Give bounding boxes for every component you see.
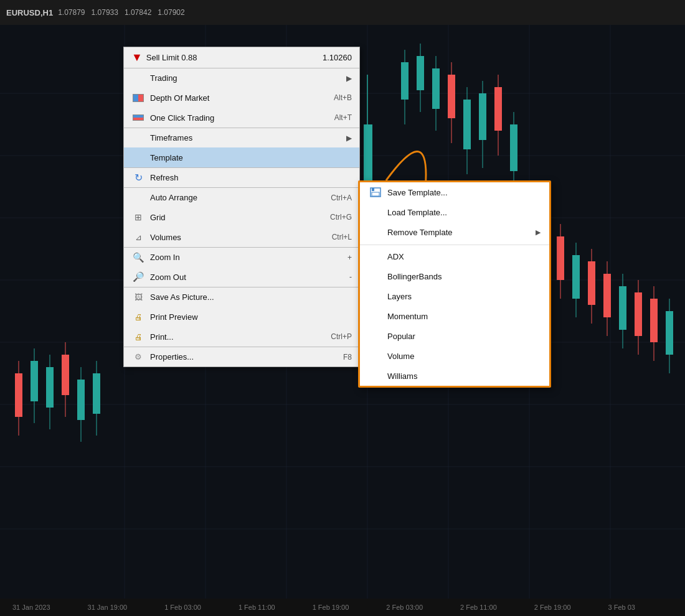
sell-arrow-icon: ▼ — [131, 51, 143, 64]
oct-shortcut: Alt+T — [334, 113, 352, 122]
svg-rect-17 — [401, 62, 409, 100]
svg-rect-29 — [494, 87, 502, 131]
oct-label: One Click Trading — [150, 113, 322, 123]
svg-rect-27 — [479, 93, 486, 140]
menu-item-template[interactable]: Template — [124, 147, 359, 167]
submenu-item-adx[interactable]: ADX — [360, 245, 549, 266]
auto-arrange-label: Auto Arrange — [150, 193, 318, 202]
popular-icon — [369, 330, 382, 342]
menu-item-zoom-out[interactable]: 🔎 Zoom Out - — [124, 267, 359, 287]
zoom-out-shortcut: - — [349, 273, 352, 281]
chart-prices: 1.07879 1.07933 1.07842 1.07902 — [58, 8, 185, 17]
template-label: Template — [150, 153, 352, 162]
menu-item-refresh[interactable]: ↻ Refresh — [124, 167, 359, 187]
svg-rect-43 — [603, 274, 611, 317]
grid-shortcut: Ctrl+G — [330, 213, 352, 222]
menu-item-print-preview[interactable]: 🖨 Print Preview — [124, 307, 359, 327]
trading-icon — [131, 72, 145, 85]
volumes-label: Volumes — [150, 233, 319, 242]
volume-icon — [369, 350, 382, 362]
menu-item-one-click-trading[interactable]: One Click Trading Alt+T — [124, 108, 359, 128]
svg-rect-21 — [432, 68, 440, 109]
williams-icon — [369, 370, 382, 382]
svg-rect-49 — [650, 299, 658, 342]
printer-icon: 🖨 — [131, 330, 145, 343]
depth-shortcut: Alt+B — [334, 93, 352, 102]
submenu-item-load-template[interactable]: Load Template... — [360, 202, 549, 222]
svg-rect-59 — [62, 355, 69, 395]
svg-rect-47 — [635, 292, 642, 336]
menu-item-volumes[interactable]: ⊿ Volumes Ctrl+L — [124, 227, 359, 247]
bollinger-label: BollingerBands — [387, 272, 442, 281]
print-label: Print... — [150, 332, 318, 342]
menu-item-properties[interactable]: ⚙ Properties... F8 — [124, 347, 359, 366]
timeframes-arrow-icon: ▶ — [346, 134, 352, 142]
bollinger-icon — [369, 270, 382, 282]
trading-arrow-icon: ▶ — [346, 74, 352, 83]
timeframes-icon — [131, 132, 145, 144]
submenu-item-popular[interactable]: Popular — [360, 326, 549, 346]
svg-rect-55 — [31, 361, 38, 401]
grid-label: Grid — [150, 213, 318, 222]
save-pic-icon: 🖼 — [131, 291, 145, 304]
layers-label: Layers — [387, 292, 412, 301]
svg-rect-19 — [417, 56, 424, 90]
template-icon — [131, 151, 145, 164]
load-template-icon — [369, 206, 382, 218]
zoom-out-icon: 🔎 — [131, 271, 145, 283]
refresh-label: Refresh — [150, 173, 352, 182]
remove-template-arrow-icon: ▶ — [536, 228, 541, 236]
zoom-in-icon: 🔍 — [131, 251, 145, 264]
auto-arrange-icon — [131, 192, 145, 204]
print-preview-label: Print Preview — [150, 312, 352, 322]
chart-topbar: EURUSD,H1 1.07879 1.07933 1.07842 1.0790… — [0, 0, 685, 25]
submenu-item-save-template[interactable]: Save Template... — [360, 182, 549, 202]
load-template-label: Load Template... — [387, 208, 447, 217]
svg-rect-45 — [619, 286, 626, 330]
svg-rect-57 — [46, 367, 54, 408]
refresh-icon: ↻ — [131, 172, 145, 184]
menu-item-print[interactable]: 🖨 Print... Ctrl+P — [124, 327, 359, 347]
chart-symbol: EURUSD,H1 — [6, 8, 53, 17]
momentum-label: Momentum — [387, 312, 428, 321]
popular-label: Popular — [387, 332, 415, 341]
svg-rect-51 — [666, 311, 673, 355]
timeframes-label: Timeframes — [150, 133, 341, 142]
adx-icon — [369, 250, 382, 263]
menu-item-grid[interactable]: ⊞ Grid Ctrl+G — [124, 207, 359, 227]
menu-item-auto-arrange[interactable]: Auto Arrange Ctrl+A — [124, 187, 359, 207]
menu-item-save-as-picture[interactable]: 🖼 Save As Picture... — [124, 287, 359, 307]
menu-item-zoom-in[interactable]: 🔍 Zoom In + — [124, 247, 359, 267]
oct-icon — [131, 111, 145, 124]
properties-icon: ⚙ — [131, 351, 145, 363]
svg-rect-68 — [372, 188, 374, 191]
zoom-out-label: Zoom Out — [150, 273, 337, 282]
svg-rect-39 — [572, 255, 580, 299]
zoom-in-label: Zoom In — [150, 253, 335, 262]
save-template-label: Save Template... — [387, 188, 448, 197]
menu-item-depth-of-market[interactable]: Depth Of Market Alt+B — [124, 88, 359, 108]
submenu-item-williams[interactable]: Williams — [360, 366, 549, 386]
chart-time-axis: 31 Jan 2023 31 Jan 19:00 1 Feb 03:00 1 F… — [0, 599, 685, 616]
svg-rect-63 — [93, 373, 100, 414]
depth-label: Depth Of Market — [150, 93, 321, 103]
menu-item-timeframes[interactable]: Timeframes ▶ — [124, 128, 359, 147]
properties-label: Properties... — [150, 352, 331, 362]
submenu-item-volume[interactable]: Volume — [360, 346, 549, 366]
remove-template-label: Remove Template — [387, 228, 453, 237]
submenu-item-layers[interactable]: Layers — [360, 286, 549, 306]
submenu-item-momentum[interactable]: Momentum — [360, 306, 549, 326]
svg-rect-53 — [15, 373, 22, 417]
submenu-item-remove-template[interactable]: Remove Template ▶ — [360, 222, 549, 242]
menu-item-trading[interactable]: Trading ▶ — [124, 68, 359, 88]
depth-icon — [131, 91, 145, 104]
template-submenu: Save Template... Load Template... Remove… — [358, 180, 551, 388]
svg-rect-41 — [588, 261, 595, 305]
trading-label: Trading — [150, 73, 341, 83]
menu-item-sell-limit[interactable]: ▼ Sell Limit 0.88 1.10260 — [124, 47, 359, 68]
volumes-icon: ⊿ — [131, 231, 145, 243]
svg-rect-61 — [77, 380, 85, 420]
context-menu: ▼ Sell Limit 0.88 1.10260 Trading ▶ Dept… — [123, 47, 360, 367]
properties-shortcut: F8 — [343, 353, 352, 362]
submenu-item-bollingerbands[interactable]: BollingerBands — [360, 266, 549, 286]
